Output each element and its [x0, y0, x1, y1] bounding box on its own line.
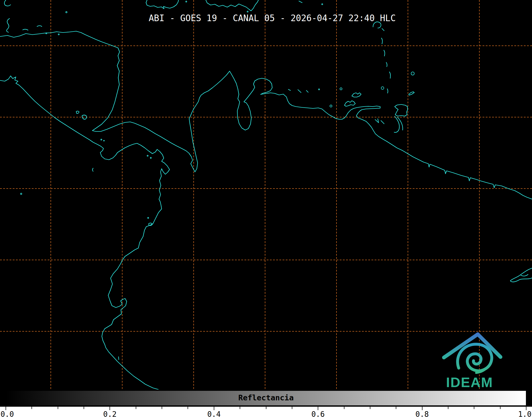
- island-dot: [150, 157, 151, 158]
- island-dot: [247, 11, 248, 12]
- island-dot: [46, 33, 47, 34]
- colorbar-minor-tick: [31, 407, 32, 409]
- ideam-logo: IDEAM: [444, 334, 501, 389]
- colorbar-minor-tick: [58, 407, 58, 409]
- colorbar-minor-tick: [448, 407, 448, 409]
- colorbar-minor-tick: [240, 407, 240, 409]
- coastline-path: [146, 0, 179, 9]
- coastline-path: [37, 26, 42, 26]
- island-dot: [101, 139, 102, 140]
- island-dot: [381, 87, 384, 89]
- colorbar-tick-label: 0.8: [412, 410, 433, 417]
- colorbar-minor-tick: [370, 407, 370, 409]
- colorbar-minor-tick: [162, 407, 162, 409]
- colorbar-minor-tick: [344, 407, 344, 409]
- latlon-gridlines: [0, 0, 532, 389]
- colorbar-minor-tick: [266, 407, 266, 409]
- island-dot: [148, 217, 149, 218]
- colorbar-tick-label: 0.2: [99, 410, 120, 417]
- coastline-path: [298, 90, 301, 93]
- colorbar-axis: 0.00.20.40.60.81.0: [0, 407, 532, 417]
- coastline-path: [510, 268, 532, 282]
- island-dot: [58, 34, 59, 35]
- colorbar-minor-tick: [396, 407, 396, 409]
- colorbar-minor-tick: [136, 407, 136, 409]
- coastline-path: [23, 29, 28, 30]
- coastline-path: [375, 119, 379, 123]
- coastline-path: [386, 62, 387, 67]
- colorbar-tick-label: 0.4: [203, 410, 225, 417]
- coastline-path: [384, 50, 385, 56]
- colorbar-label: Reflectancia: [0, 393, 532, 402]
- island-dot: [104, 140, 104, 141]
- island-dot: [186, 1, 187, 2]
- coastline-path: [381, 38, 383, 44]
- colorbar-tick-label: 1.0: [518, 410, 531, 417]
- satellite-viewer-screen: IDEAM ABI - GOES 19 - CANAL 05 - 2026-04…: [0, 0, 532, 417]
- island-dot: [147, 155, 148, 156]
- coastline-path: [306, 90, 308, 92]
- image-title: ABI - GOES 19 - CANAL 05 - 2026-04-27 22…: [149, 13, 396, 23]
- colorbar-minor-tick: [474, 407, 474, 409]
- colorbar-minor-tick: [292, 407, 292, 409]
- coastline-path: [0, 31, 532, 199]
- coastline-path: [288, 89, 290, 90]
- coastline-path: [409, 92, 414, 95]
- coastline-path: [395, 104, 408, 116]
- island-dot: [330, 105, 332, 107]
- coastline-path: [119, 357, 119, 360]
- island-dot: [66, 12, 67, 13]
- coastline-path: [387, 89, 388, 93]
- coastline-path: [93, 168, 93, 171]
- coastline-path: [352, 93, 361, 97]
- colorbar-minor-tick: [500, 407, 501, 409]
- coastline-path: [344, 101, 355, 106]
- coastline-path: [381, 121, 384, 124]
- coastline-path: [7, 19, 10, 32]
- coastline-path: [206, 0, 258, 11]
- satellite-map: IDEAM: [0, 0, 532, 389]
- coastline-path: [4, 0, 11, 6]
- colorbar-tick-label: 0.0: [1, 410, 14, 417]
- coastline-path: [382, 29, 384, 31]
- colorbar-tick-label: 0.6: [307, 410, 329, 417]
- island-dot: [21, 193, 22, 195]
- logo-text: IDEAM: [446, 375, 493, 389]
- coastline-path: [76, 111, 79, 113]
- coastline-path: [0, 76, 170, 389]
- colorbar-minor-tick: [188, 407, 188, 409]
- coastline-path: [389, 72, 390, 78]
- coastline-path: [299, 1, 302, 3]
- island-dot: [411, 72, 414, 75]
- coastline-path: [398, 117, 403, 130]
- coastline-path: [521, 274, 528, 276]
- island-dot: [319, 89, 320, 90]
- island-dot: [340, 88, 342, 90]
- colorbar-minor-tick: [84, 407, 84, 409]
- island-dot: [322, 4, 323, 5]
